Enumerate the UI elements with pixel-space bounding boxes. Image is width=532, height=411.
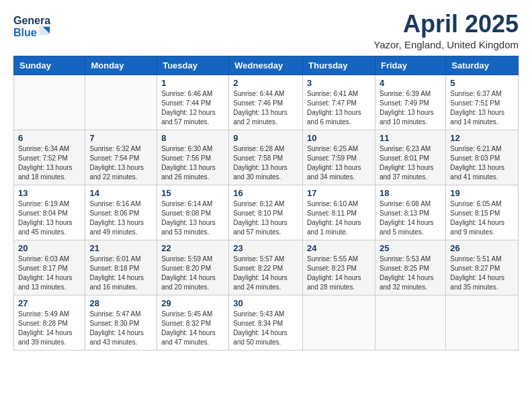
day-info: Sunrise: 6:08 AMSunset: 8:13 PMDaylight:… [380, 199, 441, 237]
day-number: 5 [450, 78, 514, 88]
day-info: Sunrise: 6:28 AMSunset: 7:58 PMDaylight:… [233, 144, 298, 182]
day-number: 29 [161, 298, 224, 308]
day-info: Sunrise: 5:53 AMSunset: 8:25 PMDaylight:… [380, 255, 441, 292]
day-number: 28 [89, 298, 152, 308]
day-info: Sunrise: 6:10 AMSunset: 8:11 PMDaylight:… [307, 199, 371, 237]
calendar-row: 20Sunrise: 6:03 AMSunset: 8:17 PMDayligh… [14, 240, 519, 295]
calendar-row: 6Sunrise: 6:34 AMSunset: 7:52 PMDaylight… [14, 130, 519, 185]
table-row: 23Sunrise: 5:57 AMSunset: 8:22 PMDayligh… [229, 240, 303, 295]
day-info: Sunrise: 6:05 AMSunset: 8:15 PMDaylight:… [450, 199, 514, 237]
day-number: 16 [233, 188, 298, 198]
day-number: 6 [18, 133, 81, 143]
table-row: 7Sunrise: 6:32 AMSunset: 7:54 PMDaylight… [85, 130, 157, 185]
table-row: 22Sunrise: 5:59 AMSunset: 8:20 PMDayligh… [157, 240, 229, 295]
day-number: 17 [307, 188, 371, 198]
table-row: 18Sunrise: 6:08 AMSunset: 8:13 PMDayligh… [375, 185, 445, 240]
table-row [446, 295, 519, 350]
calendar-table: Sunday Monday Tuesday Wednesday Thursday… [13, 56, 519, 351]
table-row: 3Sunrise: 6:41 AMSunset: 7:47 PMDaylight… [303, 75, 375, 130]
day-info: Sunrise: 6:19 AMSunset: 8:04 PMDaylight:… [18, 199, 81, 237]
day-number: 23 [233, 243, 298, 253]
day-number: 25 [380, 243, 441, 253]
day-info: Sunrise: 5:59 AMSunset: 8:20 PMDaylight:… [161, 255, 224, 292]
col-tuesday: Tuesday [157, 56, 229, 75]
table-row: 24Sunrise: 5:55 AMSunset: 8:23 PMDayligh… [303, 240, 375, 295]
day-number: 13 [18, 188, 81, 198]
table-row: 28Sunrise: 5:47 AMSunset: 8:30 PMDayligh… [85, 295, 157, 350]
title-block: April 2025 Yazor, England, United Kingdo… [373, 11, 519, 50]
day-info: Sunrise: 6:03 AMSunset: 8:17 PMDaylight:… [18, 255, 81, 292]
table-row: 2Sunrise: 6:44 AMSunset: 7:46 PMDaylight… [229, 75, 303, 130]
day-number: 30 [233, 298, 298, 308]
day-info: Sunrise: 6:30 AMSunset: 7:56 PMDaylight:… [161, 144, 224, 182]
day-number: 9 [233, 133, 298, 143]
day-info: Sunrise: 6:25 AMSunset: 7:59 PMDaylight:… [307, 144, 371, 182]
day-number: 3 [307, 78, 371, 88]
day-info: Sunrise: 6:46 AMSunset: 7:44 PMDaylight:… [161, 89, 224, 127]
day-number: 2 [233, 78, 298, 88]
day-info: Sunrise: 5:49 AMSunset: 8:28 PMDaylight:… [18, 310, 81, 347]
day-number: 14 [89, 188, 152, 198]
table-row: 15Sunrise: 6:14 AMSunset: 8:08 PMDayligh… [157, 185, 229, 240]
table-row: 5Sunrise: 6:37 AMSunset: 7:51 PMDaylight… [446, 75, 519, 130]
col-sunday: Sunday [14, 56, 85, 75]
day-number: 11 [380, 133, 441, 143]
table-row: 12Sunrise: 6:21 AMSunset: 8:03 PMDayligh… [446, 130, 519, 185]
calendar-row: 13Sunrise: 6:19 AMSunset: 8:04 PMDayligh… [14, 185, 519, 240]
table-row: 26Sunrise: 5:51 AMSunset: 8:27 PMDayligh… [446, 240, 519, 295]
table-row: 21Sunrise: 6:01 AMSunset: 8:18 PMDayligh… [85, 240, 157, 295]
col-friday: Friday [375, 56, 445, 75]
table-row: 14Sunrise: 6:16 AMSunset: 8:06 PMDayligh… [85, 185, 157, 240]
day-number: 24 [307, 243, 371, 253]
table-row: 17Sunrise: 6:10 AMSunset: 8:11 PMDayligh… [303, 185, 375, 240]
day-info: Sunrise: 5:57 AMSunset: 8:22 PMDaylight:… [233, 255, 298, 292]
table-row [375, 295, 445, 350]
table-row [303, 295, 375, 350]
day-info: Sunrise: 6:12 AMSunset: 8:10 PMDaylight:… [233, 199, 298, 237]
header: General Blue April 2025 Yazor, England, … [13, 11, 519, 50]
table-row: 27Sunrise: 5:49 AMSunset: 8:28 PMDayligh… [14, 295, 85, 350]
day-number: 21 [89, 243, 152, 253]
svg-text:Blue: Blue [13, 27, 37, 38]
day-number: 18 [380, 188, 441, 198]
day-info: Sunrise: 5:55 AMSunset: 8:23 PMDaylight:… [307, 255, 371, 292]
day-info: Sunrise: 6:21 AMSunset: 8:03 PMDaylight:… [450, 144, 514, 182]
location: Yazor, England, United Kingdom [373, 39, 519, 50]
day-number: 20 [18, 243, 81, 253]
day-info: Sunrise: 6:44 AMSunset: 7:46 PMDaylight:… [233, 89, 298, 127]
table-row: 9Sunrise: 6:28 AMSunset: 7:58 PMDaylight… [229, 130, 303, 185]
table-row: 13Sunrise: 6:19 AMSunset: 8:04 PMDayligh… [14, 185, 85, 240]
table-row: 11Sunrise: 6:23 AMSunset: 8:01 PMDayligh… [375, 130, 445, 185]
col-thursday: Thursday [303, 56, 375, 75]
day-number: 15 [161, 188, 224, 198]
day-info: Sunrise: 6:16 AMSunset: 8:06 PMDaylight:… [89, 199, 152, 237]
day-number: 10 [307, 133, 371, 143]
logo-icon: General Blue [13, 11, 51, 40]
day-number: 27 [18, 298, 81, 308]
day-info: Sunrise: 5:47 AMSunset: 8:30 PMDaylight:… [89, 310, 152, 347]
table-row: 20Sunrise: 6:03 AMSunset: 8:17 PMDayligh… [14, 240, 85, 295]
day-info: Sunrise: 6:41 AMSunset: 7:47 PMDaylight:… [307, 89, 371, 127]
col-wednesday: Wednesday [229, 56, 303, 75]
calendar-row: 27Sunrise: 5:49 AMSunset: 8:28 PMDayligh… [14, 295, 519, 350]
day-info: Sunrise: 6:23 AMSunset: 8:01 PMDaylight:… [380, 144, 441, 182]
day-number: 7 [89, 133, 152, 143]
day-info: Sunrise: 6:01 AMSunset: 8:18 PMDaylight:… [89, 255, 152, 292]
table-row: 10Sunrise: 6:25 AMSunset: 7:59 PMDayligh… [303, 130, 375, 185]
table-row: 29Sunrise: 5:45 AMSunset: 8:32 PMDayligh… [157, 295, 229, 350]
day-info: Sunrise: 6:37 AMSunset: 7:51 PMDaylight:… [450, 89, 514, 127]
day-info: Sunrise: 6:34 AMSunset: 7:52 PMDaylight:… [18, 144, 81, 182]
table-row: 4Sunrise: 6:39 AMSunset: 7:49 PMDaylight… [375, 75, 445, 130]
table-row: 1Sunrise: 6:46 AMSunset: 7:44 PMDaylight… [157, 75, 229, 130]
logo: General Blue [13, 11, 52, 40]
table-row [85, 75, 157, 130]
day-info: Sunrise: 5:43 AMSunset: 8:34 PMDaylight:… [233, 310, 298, 347]
day-number: 26 [450, 243, 514, 253]
table-row [14, 75, 85, 130]
calendar-header-row: Sunday Monday Tuesday Wednesday Thursday… [14, 56, 519, 75]
day-number: 19 [450, 188, 514, 198]
table-row: 25Sunrise: 5:53 AMSunset: 8:25 PMDayligh… [375, 240, 445, 295]
day-info: Sunrise: 5:51 AMSunset: 8:27 PMDaylight:… [450, 255, 514, 292]
col-saturday: Saturday [446, 56, 519, 75]
table-row: 8Sunrise: 6:30 AMSunset: 7:56 PMDaylight… [157, 130, 229, 185]
